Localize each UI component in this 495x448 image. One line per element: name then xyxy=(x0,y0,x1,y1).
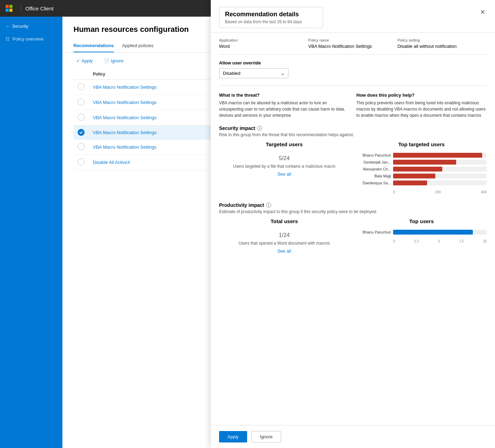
security-impact-subtitle: Risk to this group from the threat that … xyxy=(219,132,487,137)
bar-track xyxy=(393,230,487,235)
bar-row: Bhanu Paruchuri xyxy=(356,230,487,235)
override-value: Disabled xyxy=(223,71,241,76)
bar-fill xyxy=(393,153,482,158)
total-number: 1/24 xyxy=(219,228,349,239)
policy-setting-label: Policy setting xyxy=(398,38,487,42)
total-desc: Users that opened a Word document with m… xyxy=(219,241,349,246)
bar-label: Alessandro Ch... xyxy=(356,167,391,171)
bar-row: Alessandro Ch... xyxy=(356,167,487,172)
bar-track xyxy=(393,167,487,172)
top-users-title: Top users xyxy=(356,218,487,224)
override-label: Allow user override xyxy=(219,60,487,65)
ignore-label: Ignore xyxy=(111,58,124,63)
checkbox-empty-icon xyxy=(78,158,85,165)
policy-overview-icon: ☷ xyxy=(6,36,10,42)
checkbox-empty-icon xyxy=(78,143,85,150)
detail-application: Application Word xyxy=(219,38,308,49)
chevron-down-icon: ⌄ xyxy=(281,71,285,76)
top-targeted-title: Top targeted users xyxy=(356,141,487,147)
panel-close-button[interactable]: ✕ xyxy=(479,7,487,17)
row-checkbox-cell xyxy=(73,155,89,170)
panel-ignore-button[interactable]: Ignore xyxy=(251,431,281,442)
bar-track xyxy=(393,181,487,185)
checkbox-empty-icon xyxy=(78,98,85,105)
panel-body: Application Word Policy name VBA Macro N… xyxy=(211,33,495,425)
bar-label: Bhanu Paruchuri xyxy=(356,153,391,157)
top-users-chart: Top users Bhanu Paruchuri 0 2.5 5 7.5 10 xyxy=(356,218,487,243)
sidebar-nav-label: Policy overview xyxy=(12,36,44,42)
bar-fill xyxy=(393,181,427,185)
panel-title: Recommendation details xyxy=(225,11,317,18)
productivity-impact-info-icon[interactable]: i xyxy=(266,203,271,208)
row-checkbox-cell xyxy=(73,95,89,110)
bar-label: Bhanu Paruchuri xyxy=(356,230,391,234)
panel-apply-button[interactable]: Apply xyxy=(219,431,247,442)
security-impact-info-icon[interactable]: i xyxy=(257,126,262,131)
policy-details-grid: Application Word Policy name VBA Macro N… xyxy=(219,38,487,55)
bar-fill-blue xyxy=(393,230,473,235)
productivity-bar-axis: 0 2.5 5 7.5 10 xyxy=(356,239,487,243)
recommendation-panel: Recommendation details Based on data fro… xyxy=(211,0,495,448)
targeted-users-title: Targeted users xyxy=(219,141,349,147)
targeted-see-all-link[interactable]: See all xyxy=(277,172,291,177)
sidebar-back-button[interactable]: ← Security xyxy=(0,19,62,33)
tab-recommendations[interactable]: Recommendations xyxy=(73,39,114,52)
bar-row: Daedeepya Sa... xyxy=(356,181,487,185)
total-users-title: Total users xyxy=(219,218,349,224)
sidebar: ← Security ☷ Policy overview xyxy=(0,17,62,448)
bar-label: Geetanjali Jan... xyxy=(356,160,391,164)
threat-section: What is the threat? VBA macros can be ab… xyxy=(219,93,349,118)
bar-fill xyxy=(393,174,435,178)
threat-text: VBA macros can be abused by a malicious … xyxy=(219,100,349,118)
row-checkbox-cell xyxy=(73,80,89,95)
checkmark-icon: ✓ xyxy=(76,58,80,63)
bar-row: Geetanjali Jan... xyxy=(356,160,487,165)
bar-track xyxy=(393,153,487,158)
panel-header: Recommendation details Based on data fro… xyxy=(211,0,495,33)
bar-fill xyxy=(393,160,456,165)
checkbox-checked-icon xyxy=(78,129,85,136)
productivity-impact-title: Productivity impact i xyxy=(219,202,487,208)
policy-name-label: Policy name xyxy=(308,38,397,42)
sidebar-item-policy-overview[interactable]: ☷ Policy overview xyxy=(0,33,62,45)
productivity-impact-subtitle: Estimate of productivity impact to this … xyxy=(219,209,487,214)
apply-label: Apply xyxy=(81,58,93,63)
policy-help-section: How does this policy help? This policy p… xyxy=(356,93,487,118)
apply-button[interactable]: ✓ Apply xyxy=(73,57,96,65)
microsoft-logo xyxy=(6,5,12,12)
row-checkbox-cell xyxy=(73,110,89,125)
bar-track xyxy=(393,160,487,165)
top-bar-divider xyxy=(21,4,21,12)
total-see-all-link[interactable]: See all xyxy=(277,248,291,254)
ignore-button[interactable]: 📄 Ignore xyxy=(101,57,127,65)
security-impact-title: Security impact i xyxy=(219,125,487,131)
bar-fill xyxy=(393,167,442,172)
ignore-icon: 📄 xyxy=(104,58,110,63)
back-arrow-icon: ← xyxy=(6,24,10,29)
override-select[interactable]: Disabled ⌄ xyxy=(219,68,288,78)
policy-name-value: VBA Macro Notification Settings xyxy=(308,44,397,49)
sidebar-back-label: Security xyxy=(12,24,28,29)
bar-label: Bala Majji xyxy=(356,174,391,178)
security-charts-row: Targeted users 5/24 Users targeted by a … xyxy=(219,141,487,194)
checkbox-empty-icon xyxy=(78,114,85,121)
policy-setting-value: Disable all without notification xyxy=(398,44,487,49)
targeted-desc: Users targeted by a file that contains a… xyxy=(219,164,349,169)
policy-help-title: How does this policy help? xyxy=(356,93,487,98)
bar-label: Daedeepya Sa... xyxy=(356,181,391,185)
targeted-number: 5/24 xyxy=(219,151,349,162)
row-checkbox-cell xyxy=(73,125,89,140)
row-checkbox-cell xyxy=(73,140,89,155)
application-value: Word xyxy=(219,44,308,49)
detail-policy-setting: Policy setting Disable all without notif… xyxy=(398,38,487,49)
security-impact-section: Security impact i Risk to this group fro… xyxy=(219,125,487,194)
override-section: Allow user override Disabled ⌄ xyxy=(219,60,487,86)
tab-applied-policies[interactable]: Applied policies xyxy=(122,39,153,52)
bar-track xyxy=(393,174,487,178)
threat-policy-section: What is the threat? VBA macros can be ab… xyxy=(219,93,487,118)
panel-footer: Apply Ignore xyxy=(211,425,495,448)
targeted-users-chart: Targeted users 5/24 Users targeted by a … xyxy=(219,141,349,177)
detail-policy-name: Policy name VBA Macro Notification Setti… xyxy=(308,38,397,49)
productivity-impact-section: Productivity impact i Estimate of produc… xyxy=(219,202,487,254)
bar-row: Bala Majji xyxy=(356,174,487,178)
